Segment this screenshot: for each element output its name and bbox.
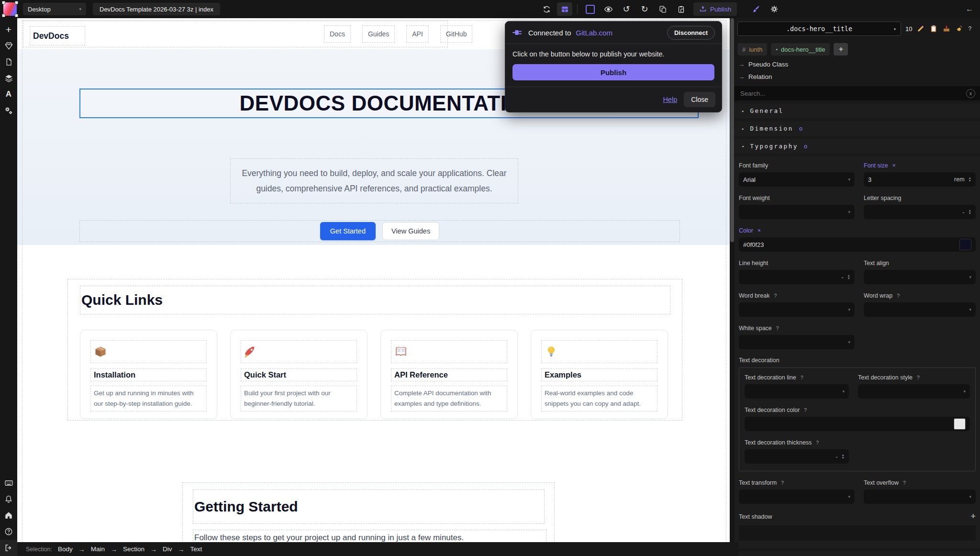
hero-cta-row[interactable]: Get Started View Guides	[79, 220, 680, 242]
modal-publish-button[interactable]: Publish	[512, 64, 714, 80]
site-logo[interactable]: DevDocs	[30, 26, 85, 45]
card-icon-element[interactable]	[391, 340, 507, 363]
help-hint[interactable]: ?	[804, 407, 807, 413]
card-icon-element[interactable]	[541, 340, 657, 363]
stepper-arrows[interactable]: ▲▼	[969, 177, 971, 182]
card-desc-element[interactable]: Real-world examples and code snippets yo…	[541, 386, 657, 411]
clear-property-icon[interactable]: ×	[757, 227, 761, 234]
help-hint[interactable]: ?	[897, 293, 900, 299]
breadcrumb-main[interactable]: Main	[91, 545, 105, 553]
hero-subtitle-element[interactable]: Everything you need to build, deploy, an…	[230, 158, 518, 203]
line-height-input[interactable]: - ▲▼	[739, 270, 855, 284]
text-decoration-color-swatch[interactable]	[954, 418, 966, 430]
edit-pencil-icon[interactable]	[916, 24, 925, 33]
font-weight-select[interactable]: ▾	[739, 205, 855, 219]
help-icon[interactable]	[0, 523, 17, 540]
app-logo[interactable]	[3, 2, 17, 16]
stepper-arrows[interactable]: ▲▼	[842, 454, 845, 459]
text-decoration-style-select[interactable]: ▾	[858, 384, 970, 399]
white-space-select[interactable]: ▾	[739, 335, 855, 349]
help-hint[interactable]: ?	[781, 480, 784, 486]
sync-icon[interactable]	[539, 2, 554, 16]
nav-link-api[interactable]: API	[406, 25, 429, 43]
text-transform-select[interactable]: ▾	[739, 489, 855, 504]
property-search-input[interactable]	[739, 89, 966, 98]
relation-row[interactable]: → Relation	[738, 73, 980, 80]
fonts-text-icon[interactable]: A	[0, 86, 17, 102]
clear-property-icon[interactable]: ×	[892, 162, 896, 169]
redo-icon[interactable]: ↻	[637, 2, 652, 16]
section-typography[interactable]: ▾ Typography o	[735, 139, 980, 154]
copy-icon[interactable]	[655, 2, 670, 16]
style-brush-icon[interactable]	[748, 2, 764, 16]
home-dashboard-icon[interactable]	[0, 507, 17, 523]
collapse-panel-arrow-icon[interactable]: ←	[966, 5, 973, 13]
card-desc-element[interactable]: Build your first project with our beginn…	[241, 386, 357, 411]
text-align-select[interactable]: ▾	[864, 270, 976, 284]
logout-icon[interactable]	[0, 540, 17, 556]
card-icon-element[interactable]	[90, 340, 207, 363]
pseudo-class-row[interactable]: → Pseudo Class	[738, 61, 980, 68]
add-text-shadow-button[interactable]: +	[970, 512, 976, 522]
keyboard-shortcuts-icon[interactable]	[0, 475, 17, 491]
gitlab-link[interactable]: GitLab.com	[576, 29, 612, 37]
disconnect-button[interactable]: Disconnect	[667, 26, 715, 40]
card-examples[interactable]: Examples Real-world examples and code sn…	[531, 330, 668, 419]
card-api-reference[interactable]: API Reference Complete API documentation…	[380, 330, 518, 419]
help-hint[interactable]: ?	[903, 480, 906, 486]
borders-toggle-icon[interactable]	[582, 2, 598, 16]
letter-spacing-input[interactable]: - ▲▼	[864, 205, 976, 219]
nav-link-guides[interactable]: Guides	[362, 25, 395, 43]
section-general[interactable]: ▸ General	[735, 103, 980, 118]
help-hint[interactable]: ?	[816, 440, 819, 445]
assets-diamond-icon[interactable]	[0, 37, 17, 54]
canvas-scrollbar[interactable]	[730, 18, 735, 556]
help-link[interactable]: Help	[663, 96, 677, 103]
style-target-selector[interactable]: .docs-hero__title ▾	[737, 22, 901, 36]
stepper-arrows[interactable]: ▲▼	[847, 274, 850, 280]
publish-button[interactable]: Publish	[693, 2, 737, 16]
quick-links-heading-element[interactable]: Quick Links	[80, 286, 670, 314]
card-desc-element[interactable]: Get up and running in minutes with our s…	[90, 386, 207, 411]
text-decoration-color-input[interactable]	[745, 417, 970, 431]
section-dimension[interactable]: ▸ Dimension o	[735, 121, 980, 136]
card-desc-element[interactable]: Complete API documentation with examples…	[391, 386, 507, 411]
settings-gear-icon[interactable]	[767, 2, 782, 16]
site-header-container[interactable]: DevDocs Docs Guides API GitHub	[23, 21, 448, 47]
paste-icon[interactable]	[673, 2, 689, 16]
device-selector[interactable]: Desktop ▾	[23, 3, 86, 15]
site-settings-gears-icon[interactable]	[0, 102, 17, 119]
font-family-select[interactable]: Arial ▾	[739, 172, 855, 187]
card-installation[interactable]: Installation Get up and running in minut…	[80, 330, 217, 419]
card-icon-element[interactable]	[241, 340, 357, 363]
color-swatch[interactable]	[959, 239, 971, 250]
copy-styles-clipboard-icon[interactable]	[929, 24, 938, 33]
help-hint[interactable]: ?	[801, 375, 803, 380]
quick-links-section[interactable]: Quick Links Installation Get up and runn…	[67, 279, 682, 421]
breadcrumb-div[interactable]: Div	[163, 545, 172, 553]
text-overflow-select[interactable]: ▾	[864, 489, 976, 504]
clear-styles-broom-icon[interactable]	[955, 24, 964, 33]
panel-help[interactable]: ?	[968, 25, 971, 32]
color-input[interactable]: #0f0f23	[739, 237, 976, 252]
card-title-element[interactable]: Quick Start	[241, 368, 357, 381]
clear-search-icon[interactable]: x	[966, 89, 975, 98]
breadcrumb-section[interactable]: Section	[123, 545, 145, 553]
font-size-unit[interactable]: rem	[954, 176, 965, 183]
nav-link-github[interactable]: GitHub	[440, 25, 473, 43]
getting-started-heading-element[interactable]: Getting Started	[193, 489, 545, 524]
card-title-element[interactable]: Examples	[541, 368, 657, 381]
id-tag[interactable]: # iunth	[737, 43, 767, 56]
view-guides-button[interactable]: View Guides	[382, 222, 439, 240]
breadcrumb-text[interactable]: Text	[190, 545, 202, 553]
word-wrap-select[interactable]: ▾	[864, 302, 976, 317]
help-hint[interactable]: ?	[917, 375, 920, 380]
notifications-bell-icon[interactable]	[0, 491, 17, 507]
getting-started-intro-element[interactable]: Follow these steps to get your project u…	[193, 530, 546, 542]
getting-started-section[interactable]: Getting Started Follow these steps to ge…	[182, 482, 555, 542]
add-block-icon[interactable]: +	[0, 21, 17, 37]
card-title-element[interactable]: API Reference	[391, 368, 507, 381]
undo-icon[interactable]: ↺	[619, 2, 634, 16]
preview-eye-icon[interactable]	[601, 2, 616, 16]
text-decoration-line-select[interactable]: ▾	[745, 384, 849, 399]
